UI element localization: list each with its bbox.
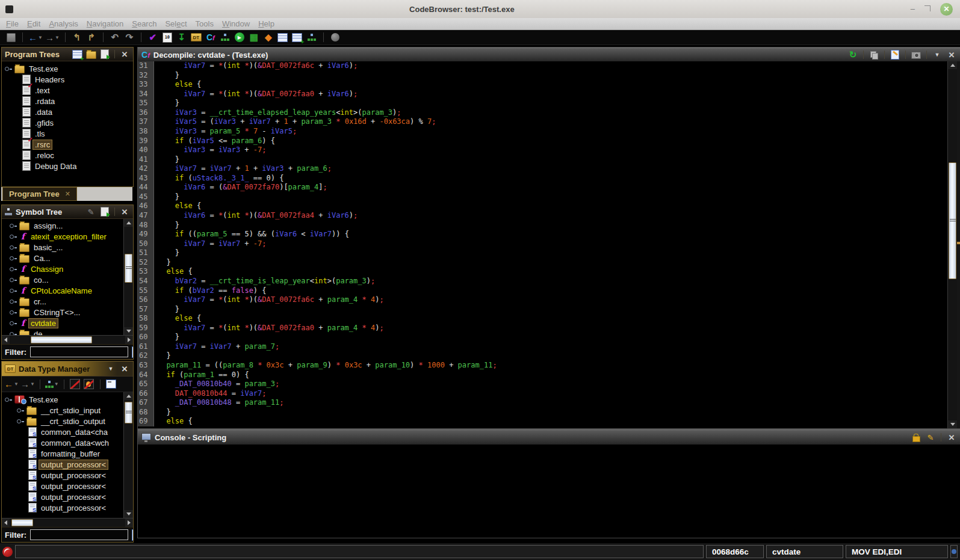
- close-panel-icon[interactable]: ✕: [119, 206, 130, 217]
- decompile-vscrollbar[interactable]: [947, 61, 957, 428]
- menu-edit[interactable]: Edit: [25, 19, 46, 28]
- dtm-row-output-processor-[interactable]: output_processor<: [2, 502, 123, 513]
- menu-window[interactable]: Window: [220, 19, 256, 28]
- export-icon[interactable]: [99, 206, 110, 217]
- tree-row-debug-data[interactable]: Debug Data: [2, 161, 133, 171]
- code-line-42[interactable]: 42iVar7 = iVar7 + 1 + iVar3 + param_6;: [138, 164, 947, 174]
- hierarchy-icon[interactable]: [306, 31, 318, 43]
- collapse-all-icon[interactable]: [105, 378, 117, 390]
- code-line-55[interactable]: 55if (bVar2 == false) {: [138, 286, 947, 296]
- datatype-archive-icon[interactable]: DT: [190, 31, 202, 43]
- code-line-49[interactable]: 49if ((param_5 == 5) && (iVar6 < iVar7))…: [138, 230, 947, 239]
- edit-icon[interactable]: ✎: [85, 206, 96, 217]
- tree-row--rsrc[interactable]: .rsrc: [2, 139, 133, 150]
- menu-select[interactable]: Select: [163, 19, 193, 28]
- symbol-row-basic-[interactable]: basic_...: [9, 242, 123, 253]
- menu-help[interactable]: Help: [256, 19, 280, 28]
- code-line-53[interactable]: 53else {: [138, 267, 947, 277]
- tree-row--tls[interactable]: .tls: [2, 128, 133, 139]
- validate-icon[interactable]: ✔: [147, 31, 159, 43]
- menu-analysis[interactable]: Analysis: [46, 19, 84, 28]
- code-line-31[interactable]: 31iVar7 = *(int *)(&DAT_0072fa6c + iVar6…: [138, 61, 947, 71]
- code-line-66[interactable]: 66DAT_00810b44 = iVar7;: [138, 389, 947, 399]
- memory-out-icon[interactable]: ↰: [71, 31, 83, 43]
- filter-options-icon[interactable]: [132, 529, 134, 541]
- code-line-40[interactable]: 40iVar3 = iVar3 + -7;: [138, 146, 947, 155]
- dtm-row-output-processor-[interactable]: output_processor<: [2, 481, 123, 491]
- scroll-thumb[interactable]: [125, 254, 132, 283]
- symbol-row-assign-[interactable]: assign...: [9, 220, 123, 231]
- code-line-59[interactable]: 59iVar7 = *(int *)(&DAT_0072faa0 + param…: [138, 324, 947, 333]
- dtm-vscrollbar[interactable]: [123, 392, 133, 518]
- run-script-icon[interactable]: ▶: [234, 31, 246, 43]
- symbol-row-atexit-exception-filter[interactable]: fatexit_exception_filter: [9, 231, 123, 242]
- code-line-67[interactable]: 67_DAT_00810b48 = param_11;: [138, 398, 947, 408]
- snapshot-icon[interactable]: [911, 49, 921, 60]
- code-line-46[interactable]: 46else {: [138, 202, 947, 211]
- symbol-row-de-[interactable]: de...: [9, 328, 123, 335]
- filter-options-icon[interactable]: [132, 346, 134, 358]
- dtm-back-icon[interactable]: ←▼: [4, 378, 19, 390]
- dtm-row-root[interactable]: Test.exe: [2, 394, 123, 405]
- minimize-button[interactable]: –: [911, 0, 915, 18]
- close-panel-icon[interactable]: ✕: [119, 363, 130, 374]
- tab-program-tree[interactable]: Program Tree ✕: [2, 187, 77, 201]
- back-icon[interactable]: ←▼: [28, 31, 43, 43]
- tab-close-icon[interactable]: ✕: [65, 190, 70, 198]
- tree-row-headers[interactable]: Headers: [2, 74, 133, 85]
- symbol-row-co-[interactable]: co...: [9, 274, 123, 285]
- code-line-62[interactable]: 62}: [138, 351, 947, 361]
- dtm-filter-input[interactable]: [30, 529, 128, 540]
- tree-row--gfids[interactable]: .gfids: [2, 117, 133, 128]
- redo-icon[interactable]: ↷: [123, 31, 135, 43]
- copy-icon[interactable]: [869, 49, 879, 60]
- menu-search[interactable]: Search: [129, 19, 163, 28]
- console-output[interactable]: [138, 445, 960, 538]
- symbol-filter-input[interactable]: [30, 346, 128, 357]
- scroll-thumb[interactable]: [949, 162, 956, 279]
- table-icon[interactable]: [277, 31, 289, 43]
- symbol-row-cptolocalename[interactable]: fCPtoLocaleName: [9, 285, 123, 296]
- code-line-68[interactable]: 68}: [138, 408, 947, 417]
- callgraph-icon[interactable]: [219, 31, 231, 43]
- dtm-row--crt-stdio-input[interactable]: __crt_stdio_input: [2, 405, 123, 416]
- dtm-row-common-data-cha[interactable]: common_data<cha: [2, 426, 123, 437]
- symbol-row-ca-[interactable]: Ca...: [9, 253, 123, 263]
- code-line-54[interactable]: 54bVar2 = __crt_time_is_leap_year<int>(p…: [138, 277, 947, 286]
- code-line-38[interactable]: 38iVar3 = param_5 * 7 - iVar5;: [138, 127, 947, 137]
- memory-map-icon[interactable]: ▦: [248, 31, 260, 43]
- code-line-60[interactable]: 60}: [138, 333, 947, 342]
- code-line-44[interactable]: 44iVar6 = (&DAT_0072fa70)[param_4];: [138, 183, 947, 192]
- code-line-57[interactable]: 57}: [138, 305, 947, 315]
- symbol-tree-hscrollbar[interactable]: [2, 335, 133, 344]
- code-line-34[interactable]: 34iVar7 = *(int *)(&DAT_0072faa0 + iVar6…: [138, 90, 947, 99]
- dtm-row-common-data-wch[interactable]: common_data<wch: [2, 437, 123, 448]
- code-line-69[interactable]: 69else {: [138, 417, 947, 426]
- dtm-row-formatting-buffer[interactable]: formatting_buffer: [2, 448, 123, 459]
- close-panel-icon[interactable]: ✕: [119, 49, 130, 60]
- diamond-icon[interactable]: ◆: [262, 31, 274, 43]
- dtm-row--crt-stdio-output[interactable]: __crt_stdio_output: [2, 416, 123, 426]
- scroll-thumb[interactable]: [11, 519, 33, 526]
- code-line-32[interactable]: 32}: [138, 71, 947, 81]
- dtm-forward-icon[interactable]: →▼: [20, 378, 35, 390]
- tree-row-root[interactable]: Test.exe: [2, 63, 133, 74]
- forward-icon[interactable]: →▼: [45, 31, 60, 43]
- close-panel-icon[interactable]: ✕: [946, 432, 957, 443]
- table-add-icon[interactable]: [291, 31, 303, 43]
- save-tree-icon[interactable]: [99, 49, 110, 60]
- symbol-row-chassign[interactable]: fChassign: [9, 263, 123, 274]
- code-line-48[interactable]: 48}: [138, 221, 947, 230]
- code-line-36[interactable]: 36iVar3 = __crt_time_elapsed_leap_years<…: [138, 108, 947, 118]
- code-line-37[interactable]: 37iVar5 = (iVar3 + iVar7 + 1 + param_3 *…: [138, 117, 947, 127]
- symbol-row-cvtdate[interactable]: fcvtdate: [9, 318, 123, 328]
- scroll-lock-icon[interactable]: [911, 432, 921, 443]
- code-line-61[interactable]: 61iVar7 = iVar7 + param_7;: [138, 342, 947, 352]
- save-icon[interactable]: [5, 31, 17, 43]
- scroll-thumb[interactable]: [31, 336, 92, 343]
- dtm-tree-options-icon[interactable]: ▼: [45, 378, 59, 390]
- open-folder-icon[interactable]: [85, 49, 96, 60]
- filter-arrays-icon[interactable]: [69, 378, 81, 390]
- memory-in-icon[interactable]: ↱: [85, 31, 98, 43]
- dtm-hscrollbar[interactable]: [2, 518, 133, 527]
